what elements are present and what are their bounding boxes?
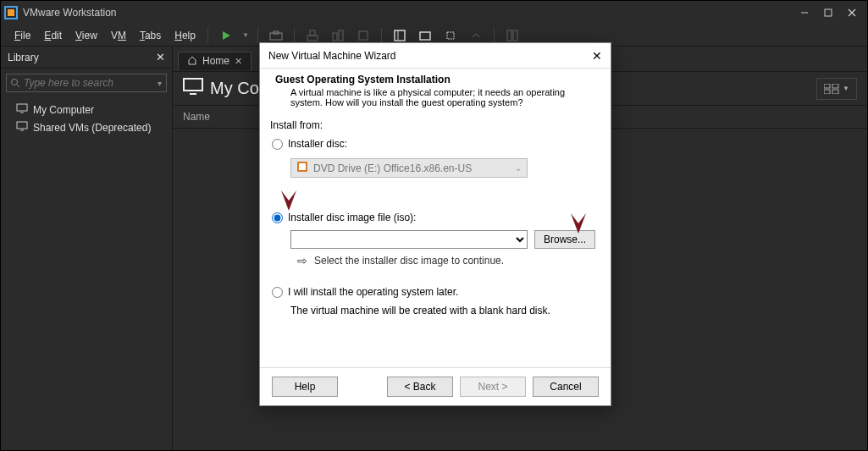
computer-icon [16, 103, 28, 116]
svg-rect-28 [824, 84, 830, 88]
svg-rect-11 [333, 33, 337, 41]
hint-arrow-icon: ⇨ [297, 254, 307, 267]
svg-rect-10 [310, 30, 315, 36]
toolbar-separator [207, 28, 208, 43]
svg-rect-26 [184, 79, 202, 91]
iso-hint: ⇨ Select the installer disc image to con… [260, 249, 611, 267]
svg-rect-33 [299, 163, 306, 170]
toolbar-separator [257, 28, 258, 43]
annotation-arrow-icon [566, 212, 591, 242]
svg-rect-16 [420, 32, 430, 40]
option-install-later[interactable]: I will install the operating system late… [260, 283, 611, 301]
tab-close-icon[interactable]: ✕ [235, 56, 242, 67]
tab-label: Home [202, 55, 229, 67]
menu-file[interactable]: File [8, 26, 37, 45]
svg-line-21 [17, 85, 19, 87]
svg-rect-31 [832, 90, 838, 94]
dialog-header: Guest Operating System Installation A vi… [260, 69, 611, 116]
view-mode-button[interactable]: ▼ [816, 78, 857, 100]
disc-drive-combo: DVD Drive (E:) Office16.x86.en-US ⌄ [290, 158, 528, 178]
iso-hint-text: Select the installer disc image to conti… [314, 255, 504, 267]
svg-rect-13 [359, 31, 368, 40]
svg-rect-12 [339, 30, 343, 41]
toolbar-separator [294, 28, 295, 43]
page-title-text: My Co [210, 79, 259, 98]
svg-rect-24 [17, 122, 27, 129]
library-close-icon[interactable]: ✕ [156, 51, 165, 63]
svg-rect-18 [507, 30, 511, 41]
cancel-button[interactable]: Cancel [533, 377, 599, 397]
library-title: Library [8, 52, 39, 63]
dialog-title: New Virtual Machine Wizard [268, 50, 396, 62]
svg-rect-14 [395, 30, 405, 41]
toolbar-separator [381, 28, 382, 43]
menu-tabs[interactable]: Tabs [133, 26, 168, 45]
install-from-label: Install from: [260, 116, 611, 135]
search-icon [7, 78, 24, 88]
svg-rect-29 [832, 84, 838, 88]
iso-path-row: Browse... [290, 230, 611, 249]
svg-rect-1 [8, 9, 14, 16]
library-item-label: Shared VMs (Deprecated) [33, 122, 151, 134]
home-icon [187, 55, 197, 68]
svg-rect-3 [825, 9, 832, 16]
svg-marker-6 [223, 31, 230, 40]
iso-path-combo[interactable] [290, 230, 528, 249]
toolbar-separator [494, 28, 495, 43]
dialog-titlebar: New Virtual Machine Wizard ✕ [260, 43, 611, 69]
menu-view[interactable]: View [69, 26, 104, 45]
svg-rect-30 [824, 90, 830, 94]
library-item-shared-vms[interactable]: Shared VMs (Deprecated) [8, 118, 165, 136]
maximize-button[interactable] [816, 4, 840, 21]
chevron-down-icon: ▼ [843, 85, 849, 92]
menu-vm[interactable]: VM [104, 26, 133, 45]
dialog-buttons: Help < Back Next > Cancel [260, 367, 611, 405]
svg-rect-19 [513, 30, 517, 41]
annotation-arrow-icon [276, 189, 301, 219]
radio-installer-disc[interactable] [272, 139, 283, 150]
search-input[interactable] [24, 77, 152, 89]
library-panel: Library ✕ ▾ My Computer Shared VMs (Depr… [1, 47, 173, 450]
library-item-label: My Computer [33, 104, 94, 116]
help-button[interactable]: Help [272, 377, 338, 397]
option-installer-disc[interactable]: Installer disc: [260, 135, 611, 153]
next-button[interactable]: Next > [460, 377, 526, 397]
shared-icon [16, 121, 28, 134]
library-search[interactable]: ▾ [6, 74, 167, 92]
tab-home[interactable]: Home ✕ [178, 52, 252, 70]
option-label: Installer disc image file (iso): [288, 212, 416, 223]
titlebar: VMware Workstation [1, 1, 867, 25]
option-iso-file[interactable]: Installer disc image file (iso): [260, 208, 611, 227]
search-dropdown-icon[interactable]: ▾ [152, 79, 166, 88]
option-label: I will install the operating system late… [288, 286, 458, 298]
library-tree: My Computer Shared VMs (Deprecated) [1, 97, 172, 140]
disc-icon [296, 161, 308, 175]
new-vm-wizard-dialog: New Virtual Machine Wizard ✕ Guest Opera… [259, 42, 611, 406]
svg-rect-22 [17, 104, 27, 111]
svg-point-20 [12, 80, 18, 85]
app-icon [4, 6, 18, 19]
play-button[interactable] [215, 26, 237, 45]
page-title: My Co [183, 78, 259, 99]
menu-help[interactable]: Help [168, 26, 202, 45]
app-title: VMware Workstation [23, 7, 116, 19]
option-label: Installer disc: [288, 138, 347, 150]
radio-install-later[interactable] [272, 287, 283, 298]
back-button[interactable]: < Back [387, 377, 453, 397]
install-later-sub: The virtual machine will be created with… [260, 301, 611, 316]
chevron-down-icon: ⌄ [515, 163, 522, 173]
svg-rect-17 [447, 32, 454, 39]
dialog-close-icon[interactable]: ✕ [592, 49, 602, 63]
disc-drive-value: DVD Drive (E:) Office16.x86.en-US [313, 162, 472, 174]
close-button[interactable] [840, 4, 864, 21]
dialog-subheading: A virtual machine is like a physical com… [275, 87, 595, 107]
computer-icon [183, 78, 203, 99]
minimize-button[interactable] [793, 4, 816, 21]
menu-edit[interactable]: Edit [37, 26, 69, 45]
library-header: Library ✕ [1, 47, 172, 69]
dialog-heading: Guest Operating System Installation [275, 74, 595, 85]
play-dropdown[interactable]: ▼ [240, 26, 251, 45]
library-item-my-computer[interactable]: My Computer [8, 101, 165, 118]
svg-rect-9 [307, 36, 318, 41]
